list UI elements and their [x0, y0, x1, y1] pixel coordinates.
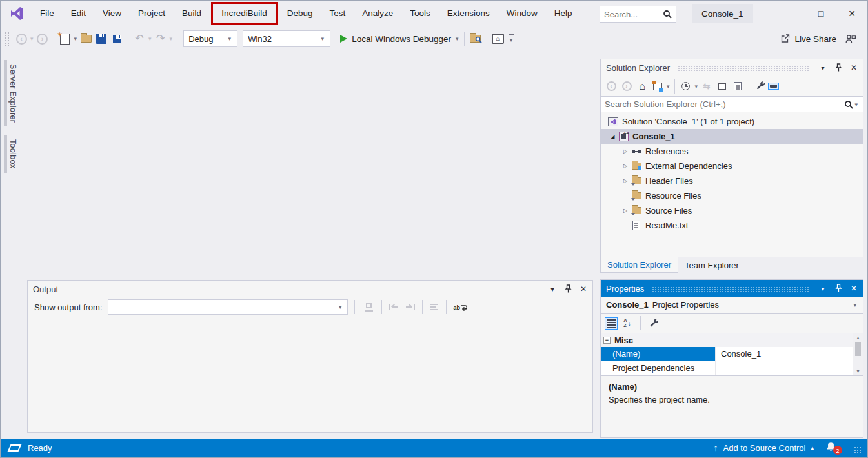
tree-item-resource-files[interactable]: Resource Files: [601, 188, 863, 203]
output-source-dropdown[interactable]: ▾: [108, 299, 348, 315]
menu-view[interactable]: View: [94, 1, 130, 26]
property-name-cell[interactable]: Project Dependencies: [601, 361, 716, 375]
property-row-name[interactable]: (Name) Console_1: [601, 347, 863, 361]
save-all-button[interactable]: [110, 31, 124, 46]
object-selector-dropdown[interactable]: Console_1 Project Properties ▾: [601, 297, 863, 314]
resize-grip[interactable]: [854, 446, 862, 454]
menu-extensions[interactable]: Extensions: [439, 1, 498, 26]
server-explorer-tab[interactable]: Server Explorer: [4, 60, 19, 126]
open-file-button[interactable]: [79, 31, 93, 46]
title-bar[interactable]: File Edit View Project Build IncrediBuil…: [1, 1, 867, 26]
new-project-button[interactable]: ✶: [58, 31, 72, 46]
close-icon[interactable]: ✕: [578, 284, 589, 294]
back-dropdown-caret-icon[interactable]: ▾: [29, 35, 35, 42]
previous-message-button[interactable]: [388, 302, 399, 312]
collapse-all-button[interactable]: [715, 79, 729, 94]
scroll-up-icon[interactable]: ▴: [856, 333, 859, 342]
toolbar-overflow-button[interactable]: ▾: [509, 34, 514, 43]
maximize-button[interactable]: □: [805, 1, 836, 26]
solution-explorer-title-bar[interactable]: Solution Explorer ▾ ✕: [601, 59, 863, 76]
navigate-forward-button[interactable]: ›: [35, 31, 50, 46]
window-position-chevron-icon[interactable]: ▾: [818, 63, 828, 73]
send-feedback-button[interactable]: [843, 31, 858, 46]
quick-launch-search[interactable]: [600, 6, 676, 23]
properties-button[interactable]: [753, 79, 767, 94]
toggle-word-wrap-button[interactable]: ab: [454, 303, 468, 311]
close-button[interactable]: ✕: [836, 1, 867, 26]
tree-item-external-dependencies[interactable]: ▷ External Dependencies: [601, 159, 863, 174]
window-position-chevron-icon[interactable]: ▾: [547, 284, 558, 294]
switch-views-button[interactable]: [651, 79, 665, 94]
properties-title-bar[interactable]: Properties ▾ ✕: [601, 280, 863, 297]
menu-project[interactable]: Project: [130, 1, 174, 26]
undo-dropdown-caret-icon[interactable]: ▾: [147, 35, 153, 42]
menu-tools[interactable]: Tools: [401, 1, 439, 26]
pin-icon[interactable]: [833, 283, 843, 294]
toolbox-tab[interactable]: Toolbox: [4, 135, 19, 172]
console-tab[interactable]: Console_1: [692, 4, 753, 23]
scroll-down-icon[interactable]: ▾: [856, 366, 859, 375]
pin-icon[interactable]: [833, 63, 843, 73]
tab-solution-explorer[interactable]: Solution Explorer: [600, 257, 678, 273]
property-value-cell[interactable]: [716, 361, 863, 375]
property-pages-button[interactable]: [647, 315, 661, 331]
add-to-source-control-button[interactable]: Add to Source Control: [723, 443, 806, 453]
property-value-cell[interactable]: Console_1: [716, 347, 863, 361]
find-in-files-button[interactable]: [469, 31, 483, 46]
solution-platform-dropdown[interactable]: Win32 ▾: [243, 30, 330, 47]
property-row-project-dependencies[interactable]: Project Dependencies: [601, 361, 863, 375]
show-all-files-button[interactable]: [731, 79, 745, 94]
chevron-down-icon[interactable]: ▾: [694, 83, 700, 90]
pending-changes-filter-button[interactable]: [679, 79, 693, 94]
se-forward-button[interactable]: ›: [620, 79, 634, 94]
menu-file[interactable]: File: [32, 1, 63, 26]
collapsed-arrow-icon[interactable]: ▷: [620, 163, 631, 169]
menu-test[interactable]: Test: [321, 1, 354, 26]
preview-selected-items-toggle[interactable]: [768, 83, 779, 90]
live-share-button[interactable]: Live Share: [780, 34, 836, 44]
next-message-button[interactable]: [405, 302, 416, 312]
categorized-view-toggle[interactable]: [605, 317, 618, 330]
alphabetical-sort-button[interactable]: AZ ↓: [620, 315, 634, 331]
collapsed-arrow-icon[interactable]: ▷: [620, 178, 631, 184]
close-icon[interactable]: ✕: [849, 283, 859, 294]
output-content[interactable]: [28, 317, 592, 432]
menu-window[interactable]: Window: [498, 1, 546, 26]
collapse-category-icon[interactable]: −: [603, 337, 611, 344]
expanded-arrow-icon[interactable]: ◢: [607, 134, 618, 140]
search-input[interactable]: [604, 10, 663, 19]
tree-item-readme[interactable]: ReadMe.txt: [601, 218, 863, 233]
property-name-cell[interactable]: (Name): [601, 347, 716, 361]
web-browser-button[interactable]: ⌂: [491, 31, 505, 46]
chevron-down-icon[interactable]: ▾: [665, 83, 671, 90]
tree-item-project[interactable]: ◢ ++ Console_1: [601, 129, 863, 144]
menu-build[interactable]: Build: [174, 1, 210, 26]
output-title-bar[interactable]: Output ▾ ✕: [28, 281, 592, 297]
solution-search-input[interactable]: [605, 99, 844, 109]
source-control-caret-up-icon[interactable]: ▴: [811, 444, 814, 451]
collapsed-arrow-icon[interactable]: ▷: [620, 148, 631, 154]
start-debugging-button[interactable]: Local Windows Debugger ▾: [334, 31, 459, 46]
se-home-button[interactable]: ⌂: [635, 79, 649, 94]
minimize-button[interactable]: ─: [774, 1, 805, 26]
redo-button[interactable]: ↷: [154, 31, 168, 46]
notifications-button[interactable]: 2: [825, 441, 840, 454]
collapsed-arrow-icon[interactable]: ▷: [620, 208, 631, 214]
redo-dropdown-caret-icon[interactable]: ▾: [168, 35, 174, 42]
solution-configuration-dropdown[interactable]: Debug ▾: [183, 30, 237, 47]
save-button[interactable]: [94, 31, 108, 46]
tab-team-explorer[interactable]: Team Explorer: [678, 257, 745, 273]
toolbar-drag-handle[interactable]: [5, 32, 10, 46]
menu-help[interactable]: Help: [546, 1, 581, 26]
clear-all-button[interactable]: [429, 302, 440, 312]
menu-analyze[interactable]: Analyze: [354, 1, 401, 26]
search-options-caret-icon[interactable]: ▾: [853, 101, 859, 108]
scrollbar-thumb[interactable]: [855, 342, 861, 356]
find-message-in-code-button[interactable]: [364, 302, 376, 312]
close-icon[interactable]: ✕: [849, 63, 859, 73]
menu-edit[interactable]: Edit: [63, 1, 94, 26]
undo-button[interactable]: ↶: [132, 31, 146, 46]
se-back-button[interactable]: ‹: [604, 79, 618, 94]
new-dropdown-caret-icon[interactable]: ▾: [73, 35, 79, 42]
pin-icon[interactable]: [563, 284, 573, 294]
